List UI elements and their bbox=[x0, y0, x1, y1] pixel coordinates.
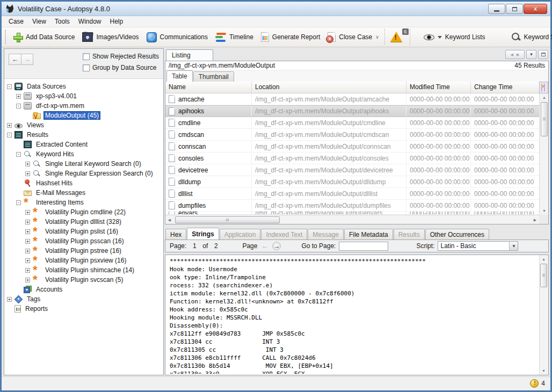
table-row[interactable]: dlldump/img_df-ct-xp-vm.mem/ModuleOutput… bbox=[165, 176, 539, 188]
back-button[interactable]: ← bbox=[9, 54, 21, 65]
collapse-icon[interactable]: - bbox=[7, 84, 12, 89]
tree-item-label[interactable]: Reports bbox=[24, 304, 49, 313]
tree-item[interactable]: +Volatility Plugin psxview (16) bbox=[4, 256, 163, 265]
table-row[interactable]: connscan/img_df-ct-xp-vm.mem/ModuleOutpu… bbox=[165, 141, 539, 153]
viewer-tab-hex[interactable]: Hex bbox=[165, 229, 186, 239]
add-data-source-button[interactable]: Add Data Source bbox=[9, 31, 78, 43]
collapse-icon[interactable]: - bbox=[7, 133, 12, 137]
keyword-search-button[interactable]: Keyword Search bbox=[507, 31, 552, 43]
tree-item-label[interactable]: Keyword Hits bbox=[34, 150, 76, 158]
tree-item-label[interactable]: Results bbox=[25, 130, 50, 139]
expand-icon[interactable]: + bbox=[25, 171, 30, 176]
minimize-button[interactable] bbox=[488, 4, 505, 14]
expand-icon[interactable]: + bbox=[25, 220, 30, 224]
tree-item[interactable]: +Volatility Plugin pstree (16) bbox=[4, 246, 163, 256]
tree-item-label[interactable]: Hashset Hits bbox=[34, 179, 74, 187]
view-tab-table[interactable]: Table bbox=[166, 70, 193, 82]
tree-item-label[interactable]: Volatility Plugin psscan (16) bbox=[43, 237, 126, 245]
tree-item-label[interactable]: Volatility Plugin svcscan (5) bbox=[43, 275, 125, 284]
generate-report-button[interactable]: Generate Report bbox=[257, 31, 324, 43]
tree-item[interactable]: -Results bbox=[4, 130, 163, 140]
collapse-icon[interactable]: - bbox=[16, 200, 21, 205]
column-header-location[interactable]: Location bbox=[252, 82, 406, 93]
expand-icon[interactable]: + bbox=[25, 229, 30, 234]
scroll-down-icon[interactable]: ▼ bbox=[540, 367, 548, 375]
view-tab-thumbnail[interactable]: Thumbnail bbox=[193, 71, 234, 82]
maximize-panel-button[interactable] bbox=[538, 50, 548, 59]
tab-scroll-buttons[interactable]: ◀▶ bbox=[505, 50, 525, 59]
scroll-right-icon[interactable]: ▶ bbox=[531, 216, 539, 224]
column-header-name[interactable]: Name bbox=[165, 82, 252, 93]
table-vertical-scrollbar[interactable]: ▲ ▼ bbox=[539, 93, 548, 215]
menu-item-tools[interactable]: Tools bbox=[50, 17, 74, 26]
tree-item[interactable]: +Single Regular Expression Search (0) bbox=[4, 169, 163, 178]
script-select[interactable]: Latin - Basic ▼ bbox=[438, 241, 518, 251]
tree-item[interactable]: +Views bbox=[4, 120, 163, 130]
tree-item-label[interactable]: Accounts bbox=[34, 285, 64, 294]
expand-icon[interactable]: + bbox=[25, 278, 30, 282]
keyword-lists-button[interactable]: Keyword Lists bbox=[420, 32, 489, 42]
tree-item[interactable]: +Single Literal Keyword Search (0) bbox=[4, 159, 163, 169]
ingest-warning-button[interactable]: 6 bbox=[387, 31, 408, 43]
scrollbar-thumb[interactable] bbox=[541, 102, 548, 136]
images-videos-button[interactable]: Images/Videos bbox=[78, 31, 142, 43]
close-button[interactable]: x bbox=[524, 4, 547, 14]
tree-item-label[interactable]: Volatility Plugin pstree (16) bbox=[43, 246, 123, 255]
tree-item[interactable]: +Volatility Plugin dlllist (328) bbox=[4, 217, 163, 227]
tab-list-dropdown-button[interactable]: ▼ bbox=[526, 50, 536, 59]
table-row[interactable]: apihooks/img_df-ct-xp-vm.mem/ModuleOutpu… bbox=[165, 105, 539, 117]
previous-page-button[interactable]: ← bbox=[260, 242, 269, 250]
scroll-up-icon[interactable]: ▲ bbox=[540, 93, 548, 101]
tree-item-label[interactable]: Volatility Plugin psxview (16) bbox=[43, 256, 128, 265]
tree-item-label[interactable]: Tags bbox=[25, 295, 42, 303]
tree-item-label[interactable]: df-ct-xp-vm.mem bbox=[34, 101, 86, 110]
tree-item[interactable]: ModuleOutput (45) bbox=[4, 111, 163, 120]
tree-item[interactable]: Extracted Content bbox=[4, 140, 163, 149]
tree-item-label[interactable]: E-Mail Messages bbox=[34, 188, 87, 197]
dropdown-button[interactable]: ▼ bbox=[509, 242, 518, 250]
strings-vertical-scrollbar[interactable]: ▲ ▼ bbox=[539, 255, 548, 375]
tree-item-label[interactable]: Volatility Plugin shimcache (14) bbox=[43, 266, 136, 274]
menu-item-window[interactable]: Window bbox=[74, 17, 106, 26]
scrollbar-thumb[interactable] bbox=[540, 264, 547, 287]
forward-button[interactable]: → bbox=[21, 54, 33, 65]
table-row[interactable]: devicetree/img_df-ct-xp-vm.mem/ModuleOut… bbox=[165, 164, 539, 176]
communications-button[interactable]: Communications bbox=[143, 31, 212, 44]
table-settings-button[interactable] bbox=[539, 82, 548, 93]
tree-item[interactable]: -Interesting Items bbox=[4, 198, 163, 207]
column-header-modified-time[interactable]: Modified Time bbox=[406, 82, 471, 93]
background-tasks-indicator[interactable]: 4 bbox=[530, 379, 545, 388]
expand-icon[interactable]: + bbox=[7, 123, 12, 128]
scroll-left-icon[interactable]: ◀ bbox=[165, 216, 173, 224]
column-header-change-time[interactable]: Change Time bbox=[471, 82, 539, 93]
tree-item[interactable]: -Keyword Hits bbox=[4, 149, 163, 159]
tree-item[interactable]: -Data Sources bbox=[4, 82, 163, 91]
table-row[interactable]: dumpfiles/img_df-ct-xp-vm.mem/ModuleOutp… bbox=[165, 200, 539, 212]
timeline-button[interactable]: Timeline bbox=[212, 31, 257, 43]
tree-item[interactable]: +xp-sp3-v4.001 bbox=[4, 91, 163, 101]
next-page-button[interactable]: → bbox=[272, 242, 281, 250]
expand-icon[interactable]: + bbox=[25, 239, 30, 244]
tree-item[interactable]: +Volatility Plugin psscan (16) bbox=[4, 236, 163, 246]
expand-icon[interactable]: + bbox=[25, 162, 30, 166]
menu-item-case[interactable]: Case bbox=[4, 17, 28, 26]
checkbox-icon[interactable] bbox=[83, 64, 90, 71]
scroll-down-icon[interactable]: ▼ bbox=[540, 207, 548, 215]
toolbar-grip[interactable] bbox=[5, 30, 6, 44]
tree-item[interactable]: Reports bbox=[4, 304, 163, 314]
strings-text[interactable]: ****************************************… bbox=[166, 256, 538, 374]
group-by-datasource-checkbox[interactable]: Group by Data Source bbox=[83, 64, 159, 71]
tree-item[interactable]: +Tags bbox=[4, 294, 163, 304]
table-row[interactable]: amcache/img_df-ct-xp-vm.mem/ModuleOutput… bbox=[165, 93, 539, 105]
tree-item[interactable]: +Volatility Plugin svcscan (5) bbox=[4, 275, 163, 285]
table-horizontal-scrollbar[interactable]: ◀ ▶ bbox=[165, 215, 539, 224]
title-bar[interactable]: Volatility Case - Autopsy 4.8.0 x bbox=[2, 2, 550, 16]
menu-item-view[interactable]: View bbox=[28, 17, 50, 26]
expand-icon[interactable]: + bbox=[25, 249, 30, 253]
tree-item-label[interactable]: Views bbox=[25, 121, 46, 129]
viewer-tab-strings[interactable]: Strings bbox=[187, 228, 219, 239]
collapse-icon[interactable]: - bbox=[16, 152, 21, 157]
expand-icon[interactable]: + bbox=[7, 297, 12, 302]
tree-item[interactable]: Accounts bbox=[4, 285, 163, 294]
viewer-tab-file-metadata[interactable]: File Metadata bbox=[344, 229, 393, 239]
